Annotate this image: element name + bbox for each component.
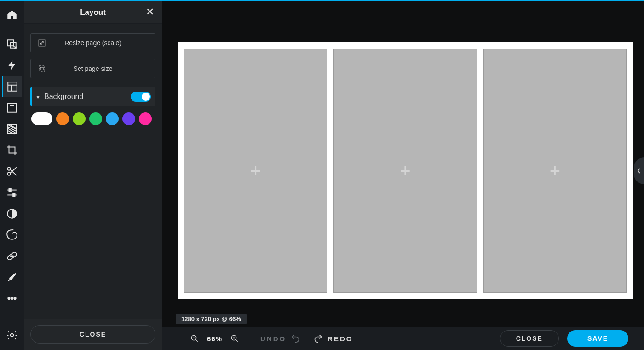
- bandaid-icon[interactable]: [2, 246, 22, 266]
- panel-title: Layout: [80, 8, 106, 17]
- redo-button[interactable]: REDO: [314, 333, 353, 344]
- pattern-icon[interactable]: [2, 119, 22, 139]
- set-page-size-label: Set page size: [74, 65, 113, 72]
- panel-close-button[interactable]: CLOSE: [30, 325, 155, 344]
- chevron-down-icon: ▾: [36, 93, 40, 100]
- zoom-controls: 66%: [190, 333, 240, 344]
- svg-point-14: [11, 256, 12, 257]
- swatch-purple[interactable]: [122, 112, 135, 125]
- resize-icon: [37, 38, 46, 47]
- redo-icon: [314, 333, 323, 344]
- settings-icon[interactable]: [2, 325, 22, 345]
- layout-panel: Layout ✕ Resize page (scale) Set page si…: [24, 1, 162, 350]
- svg-point-16: [8, 298, 10, 299]
- redo-label: REDO: [328, 335, 353, 343]
- zoom-out-button[interactable]: [190, 333, 200, 344]
- svg-line-27: [236, 339, 238, 342]
- crop-icon[interactable]: [2, 140, 22, 160]
- plus-icon: +: [250, 162, 261, 180]
- canvas: + + +: [178, 42, 633, 299]
- svg-point-17: [11, 298, 13, 299]
- resize-page-label: Resize page (scale): [64, 39, 121, 47]
- set-page-size-button[interactable]: Set page size: [30, 59, 155, 78]
- arrange-icon[interactable]: [2, 34, 22, 54]
- svg-point-18: [14, 298, 16, 299]
- text-icon[interactable]: [2, 98, 22, 118]
- tool-strip: [0, 1, 24, 350]
- background-section[interactable]: ▾ Background: [30, 88, 155, 106]
- color-swatches: [30, 112, 155, 125]
- brush-icon[interactable]: [2, 267, 22, 287]
- contrast-icon[interactable]: [2, 204, 22, 224]
- svg-rect-21: [39, 66, 45, 71]
- canvas-placeholder[interactable]: +: [483, 49, 627, 293]
- footer-close-button[interactable]: CLOSE: [500, 330, 559, 347]
- flash-icon[interactable]: [2, 55, 22, 76]
- save-button[interactable]: SAVE: [567, 330, 628, 347]
- swatch-orange[interactable]: [56, 112, 69, 125]
- divider: [250, 331, 250, 346]
- svg-rect-11: [13, 193, 15, 197]
- page-size-icon: [37, 64, 46, 73]
- svg-point-19: [11, 334, 14, 337]
- resize-page-button[interactable]: Resize page (scale): [30, 33, 155, 52]
- swatch-pink[interactable]: [139, 112, 152, 125]
- undo-button[interactable]: UNDO: [260, 333, 300, 344]
- svg-rect-22: [40, 67, 43, 70]
- cut-icon[interactable]: [2, 161, 22, 181]
- svg-point-15: [12, 256, 13, 257]
- canvas-placeholder[interactable]: +: [334, 49, 477, 293]
- zoom-value: 66%: [207, 335, 222, 343]
- svg-rect-1: [8, 82, 17, 91]
- svg-rect-10: [9, 188, 11, 192]
- swatch-lime[interactable]: [73, 112, 86, 125]
- zoom-in-button[interactable]: [230, 333, 240, 344]
- stage: + + + 1280 x 720 px @ 66% 66%: [162, 1, 644, 350]
- panel-header: Layout ✕: [24, 1, 162, 24]
- svg-line-24: [196, 339, 198, 342]
- plus-icon: +: [400, 162, 410, 180]
- canvas-dimensions-label: 1280 x 720 px @ 66%: [176, 314, 247, 324]
- right-drawer-handle[interactable]: [634, 158, 644, 184]
- swatch-green[interactable]: [89, 112, 102, 125]
- layout-icon[interactable]: [2, 76, 22, 97]
- home-icon[interactable]: [2, 5, 22, 25]
- swatch-blue[interactable]: [106, 112, 119, 125]
- canvas-placeholder[interactable]: +: [184, 49, 327, 293]
- swatch-white[interactable]: [31, 112, 52, 125]
- undo-label: UNDO: [260, 335, 286, 343]
- bottom-bar: 66% UNDO REDO: [162, 327, 644, 350]
- background-toggle[interactable]: [131, 92, 151, 102]
- undo-icon: [291, 333, 300, 344]
- background-label: Background: [44, 93, 131, 101]
- spiral-icon[interactable]: [2, 225, 22, 245]
- svg-rect-13: [7, 251, 17, 261]
- plus-icon: +: [550, 162, 560, 180]
- close-icon[interactable]: ✕: [144, 6, 155, 18]
- more-icon[interactable]: [2, 288, 22, 309]
- sliders-icon[interactable]: [2, 182, 22, 203]
